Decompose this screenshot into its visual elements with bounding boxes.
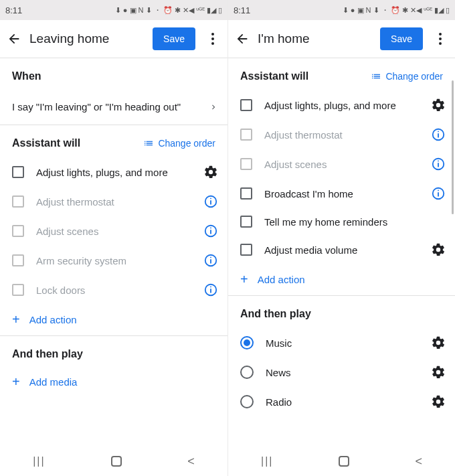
info-icon[interactable] bbox=[431, 127, 446, 142]
checkbox[interactable] bbox=[240, 187, 252, 200]
add-action-label: Add action bbox=[258, 274, 305, 285]
back-icon[interactable] bbox=[235, 31, 250, 46]
checkbox[interactable] bbox=[240, 129, 252, 141]
status-bar: 8:11 ⬇ ● ▣ N ⬇ ・ ⏰ ✱ ✕◀ ᵘᴳᴱ ▮◢ ▯ bbox=[0, 0, 227, 20]
checkbox[interactable] bbox=[12, 166, 24, 178]
radio[interactable] bbox=[240, 336, 254, 349]
list-icon bbox=[371, 71, 381, 82]
info-icon[interactable] bbox=[431, 186, 446, 201]
overflow-menu-icon[interactable] bbox=[205, 33, 221, 45]
svg-point-8 bbox=[210, 257, 211, 258]
assistant-heading: Assistant will bbox=[240, 70, 308, 82]
plus-icon: + bbox=[12, 313, 20, 326]
home-icon[interactable] bbox=[339, 456, 349, 467]
info-icon[interactable] bbox=[203, 283, 218, 297]
gear-icon[interactable] bbox=[431, 242, 446, 257]
back-nav-icon[interactable]: < bbox=[187, 455, 195, 469]
info-icon[interactable] bbox=[203, 194, 218, 209]
android-navbar: ||| < bbox=[0, 447, 227, 476]
gear-icon[interactable] bbox=[431, 335, 446, 350]
list-item: Adjust scenes bbox=[228, 149, 455, 179]
page-title: Leaving home bbox=[29, 31, 153, 46]
item-label: Broadcast I'm home bbox=[264, 188, 431, 200]
list-item: News bbox=[228, 358, 455, 387]
list-item: Tell me my home reminders bbox=[228, 208, 455, 235]
when-heading: When bbox=[12, 70, 41, 82]
checkbox[interactable] bbox=[12, 254, 24, 266]
list-item: Music bbox=[228, 328, 455, 358]
plus-icon: + bbox=[240, 272, 248, 286]
info-icon[interactable] bbox=[431, 157, 446, 171]
item-label: Adjust scenes bbox=[36, 226, 203, 237]
list-item: Broadcast I'm home bbox=[228, 179, 455, 208]
section-play: And then play bbox=[0, 336, 227, 367]
gear-icon[interactable] bbox=[431, 98, 446, 112]
svg-point-5 bbox=[210, 228, 211, 229]
play-heading: And then play bbox=[12, 348, 83, 360]
change-order-button[interactable]: Change order bbox=[371, 71, 443, 82]
change-order-label: Change order bbox=[158, 138, 215, 149]
gear-icon[interactable] bbox=[203, 165, 218, 179]
section-assistant: Assistant will Change order bbox=[228, 58, 455, 89]
item-label: Arm security system bbox=[36, 255, 203, 266]
svg-point-20 bbox=[438, 190, 439, 191]
checkbox[interactable] bbox=[240, 158, 252, 170]
play-list: Music News Radio bbox=[228, 327, 455, 418]
chevron-right-icon bbox=[209, 102, 218, 112]
add-media-button[interactable]: + Add media bbox=[0, 367, 227, 396]
list-item: Adjust thermostat bbox=[0, 187, 227, 216]
save-button[interactable]: Save bbox=[380, 27, 423, 50]
phone-left: 8:11 ⬇ ● ▣ N ⬇ ・ ⏰ ✱ ✕◀ ᵘᴳᴱ ▮◢ ▯ Leaving… bbox=[0, 0, 227, 476]
assistant-list: Adjust lights, plugs, and more Adjust th… bbox=[0, 156, 227, 335]
trigger-row[interactable]: I say "I'm leaving" or "I'm heading out" bbox=[0, 89, 227, 125]
play-heading: And then play bbox=[240, 308, 311, 320]
checkbox[interactable] bbox=[12, 284, 24, 296]
info-icon[interactable] bbox=[203, 224, 218, 238]
item-label: News bbox=[266, 367, 431, 378]
overflow-menu-icon[interactable] bbox=[432, 33, 448, 45]
list-item: Adjust lights, plugs, and more bbox=[0, 157, 227, 187]
item-label: Lock doors bbox=[36, 285, 203, 296]
recents-icon[interactable]: ||| bbox=[33, 455, 45, 467]
status-icons: ⬇ ● ▣ N ⬇ ・ ⏰ ✱ ✕◀ ᵘᴳᴱ ▮◢ ▯ bbox=[115, 5, 222, 15]
status-time: 8:11 bbox=[5, 5, 22, 15]
list-item: Radio bbox=[228, 387, 455, 416]
save-button[interactable]: Save bbox=[153, 27, 195, 50]
phone-right: 8:11 ⬇ ● ▣ N ⬇ ・ ⏰ ✱ ✕◀ ᵘᴳᴱ ▮◢ ▯ I'm hom… bbox=[227, 0, 455, 476]
checkbox[interactable] bbox=[240, 99, 252, 111]
gear-icon[interactable] bbox=[431, 365, 446, 380]
item-label: Tell me my home reminders bbox=[264, 216, 446, 228]
checkbox[interactable] bbox=[12, 225, 24, 237]
list-icon bbox=[143, 138, 154, 149]
recents-icon[interactable]: ||| bbox=[261, 455, 273, 467]
back-icon[interactable] bbox=[7, 31, 21, 46]
section-play: And then play bbox=[228, 296, 455, 327]
gear-icon[interactable] bbox=[431, 394, 446, 409]
checkbox[interactable] bbox=[240, 216, 252, 228]
back-nav-icon[interactable]: < bbox=[415, 455, 422, 469]
info-icon[interactable] bbox=[203, 253, 218, 268]
add-action-button[interactable]: + Add action bbox=[228, 264, 455, 294]
add-action-label: Add action bbox=[29, 314, 77, 325]
app-bar: Leaving home Save bbox=[0, 20, 227, 58]
checkbox[interactable] bbox=[240, 244, 252, 256]
section-assistant: Assistant will Change order bbox=[0, 125, 227, 156]
change-order-label: Change order bbox=[385, 71, 443, 82]
list-item: Adjust thermostat bbox=[228, 120, 455, 149]
checkbox[interactable] bbox=[12, 195, 24, 208]
radio[interactable] bbox=[240, 366, 254, 379]
home-icon[interactable] bbox=[111, 456, 122, 467]
trigger-text: I say "I'm leaving" or "I'm heading out" bbox=[12, 101, 181, 112]
add-action-button[interactable]: + Add action bbox=[0, 305, 227, 334]
status-time: 8:11 bbox=[234, 5, 250, 15]
add-media-label: Add media bbox=[29, 376, 78, 388]
radio[interactable] bbox=[240, 395, 254, 408]
scroll-indicator[interactable] bbox=[452, 80, 454, 214]
svg-point-2 bbox=[210, 198, 211, 200]
section-when: When bbox=[0, 58, 227, 89]
item-label: Adjust scenes bbox=[264, 159, 431, 170]
svg-point-17 bbox=[438, 161, 439, 162]
item-label: Adjust lights, plugs, and more bbox=[264, 100, 431, 111]
change-order-button[interactable]: Change order bbox=[143, 138, 215, 149]
item-label: Adjust thermostat bbox=[264, 129, 431, 141]
